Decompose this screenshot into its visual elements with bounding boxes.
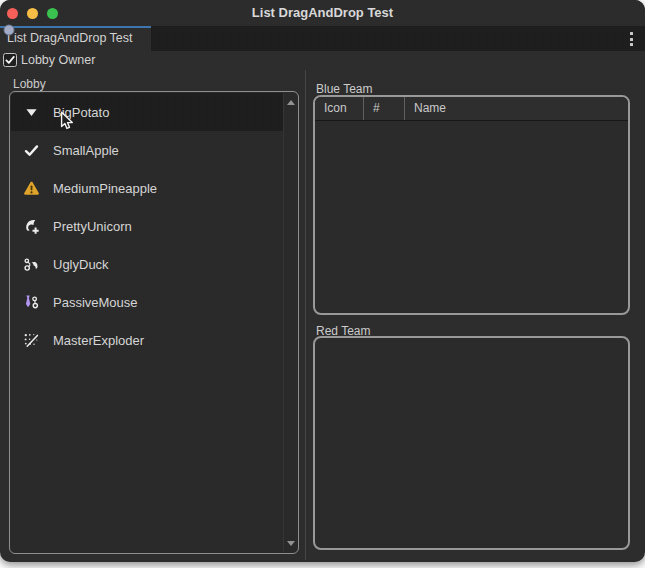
column-header[interactable]: # (364, 97, 405, 120)
list-item-label: PrettyUnicorn (53, 219, 132, 234)
list-item-label: BigPotato (53, 105, 109, 120)
close-button[interactable] (7, 8, 18, 19)
window-title: List DragAndDrop Test (0, 0, 645, 26)
traffic-lights (7, 8, 58, 19)
list-item-label: UglyDuck (53, 257, 109, 272)
tab-label: List DragAndDrop Test (7, 31, 133, 45)
active-tab-indicator (0, 26, 151, 28)
list-item[interactable]: MediumPineapple (11, 169, 283, 207)
column-header[interactable]: Icon (315, 97, 364, 120)
list-item-label: MasterExploder (53, 333, 144, 348)
blue-team-table-header: Icon#Name (315, 97, 628, 121)
minimize-button[interactable] (27, 8, 38, 19)
lobby-owner-label: Lobby Owner (21, 53, 95, 67)
scroll-down-icon[interactable] (284, 537, 297, 549)
checkmark-icon (23, 142, 40, 159)
list-item[interactable]: UglyDuck (11, 245, 283, 283)
list-item[interactable]: BigPotato (11, 93, 283, 131)
list-item[interactable]: PassiveMouse (11, 283, 283, 321)
list-item-label: PassiveMouse (53, 295, 138, 310)
blue-team-label: Blue Team (316, 82, 372, 96)
column-header[interactable]: Name (405, 97, 628, 120)
panel-splitter[interactable] (305, 70, 306, 560)
lobby-panel-label: Lobby (13, 77, 46, 91)
blue-team-dropzone[interactable]: Icon#Name (313, 95, 630, 315)
zoom-button[interactable] (47, 8, 58, 19)
list-item-label: SmallApple (53, 143, 119, 158)
lobby-list: BigPotatoSmallAppleMediumPineapplePretty… (11, 93, 283, 552)
tab-bar: List DragAndDrop Test (0, 26, 645, 51)
scroll-up-icon[interactable] (284, 96, 297, 108)
warning-triangle-icon (23, 180, 40, 197)
claw-plus-icon (23, 218, 40, 235)
app-window: List DragAndDrop Test List DragAndDrop T… (0, 0, 645, 562)
red-team-dropzone[interactable] (313, 336, 630, 550)
tab-list-draganddrop-test[interactable]: List DragAndDrop Test (0, 26, 151, 51)
lobby-scrollbar[interactable] (283, 93, 297, 552)
tie-nodes-icon (23, 294, 40, 311)
list-item-label: MediumPineapple (53, 181, 157, 196)
lobby-owner-checkbox-row[interactable]: Lobby Owner (3, 52, 95, 68)
kebab-menu-icon[interactable] (630, 32, 633, 49)
list-item[interactable]: MasterExploder (11, 321, 283, 359)
list-item[interactable]: SmallApple (11, 131, 283, 169)
lobby-owner-checkbox[interactable] (3, 53, 17, 67)
nodes-claw-icon (23, 256, 40, 273)
list-item[interactable]: PrettyUnicorn (11, 207, 283, 245)
lobby-listbox: BigPotatoSmallAppleMediumPineapplePretty… (9, 91, 299, 554)
particles-icon (23, 332, 40, 349)
screenshot-stage: List DragAndDrop Test List DragAndDrop T… (0, 0, 645, 568)
asset-circle-icon (3, 24, 15, 36)
titlebar: List DragAndDrop Test (0, 0, 645, 26)
foldout-triangle-icon (23, 104, 40, 121)
